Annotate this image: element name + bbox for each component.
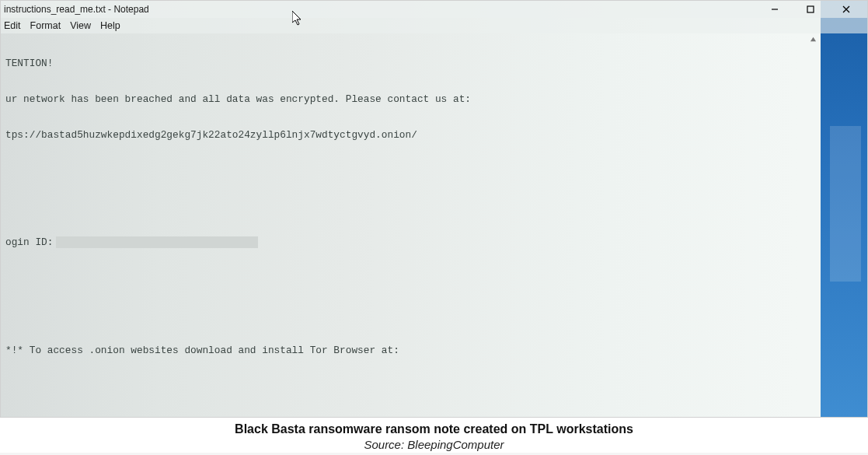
note-line: tps://bastad5huzwkepdixedg2gekg7jk22ato2… <box>5 126 863 144</box>
login-id-line: ogin ID: <box>5 233 863 251</box>
login-id-redacted <box>56 236 258 248</box>
note-line <box>5 269 863 287</box>
menu-edit[interactable]: Edit <box>4 20 21 31</box>
menu-format[interactable]: Format <box>30 20 61 31</box>
note-line <box>5 305 863 323</box>
titlebar: instructions_read_me.txt - Notepad <box>1 1 867 18</box>
menubar: Edit Format View Help <box>1 18 867 33</box>
note-line: ur network has been breached and all dat… <box>5 90 863 108</box>
minimize-button[interactable] <box>757 2 793 17</box>
window-title: instructions_read_me.txt - Notepad <box>4 4 149 15</box>
menu-view[interactable]: View <box>70 20 91 31</box>
note-line: https://www.torproject.org/ (Tor Browser… <box>5 413 863 417</box>
close-button[interactable] <box>828 2 864 17</box>
caption-block: Black Basta ransomware ransom note creat… <box>0 418 868 453</box>
caption-source: Source: BleepingComputer <box>0 438 868 451</box>
note-line: TENTION! <box>5 54 863 72</box>
note-line <box>5 198 863 215</box>
maximize-button[interactable] <box>793 2 828 17</box>
login-id-label: ogin ID: <box>5 236 53 248</box>
screenshot-frame: instructions_read_me.txt - Notepad Edit … <box>0 0 868 418</box>
window-controls <box>757 2 864 17</box>
notepad-window: instructions_read_me.txt - Notepad Edit … <box>1 1 867 417</box>
svg-rect-1 <box>807 6 814 12</box>
menu-help[interactable]: Help <box>100 20 120 31</box>
note-line: *!* To access .onion websites download a… <box>5 341 863 359</box>
note-line <box>5 377 863 395</box>
note-line <box>5 162 863 180</box>
caption-title: Black Basta ransomware ransom note creat… <box>0 422 868 436</box>
note-content[interactable]: TENTION! ur network has been breached an… <box>1 33 867 417</box>
